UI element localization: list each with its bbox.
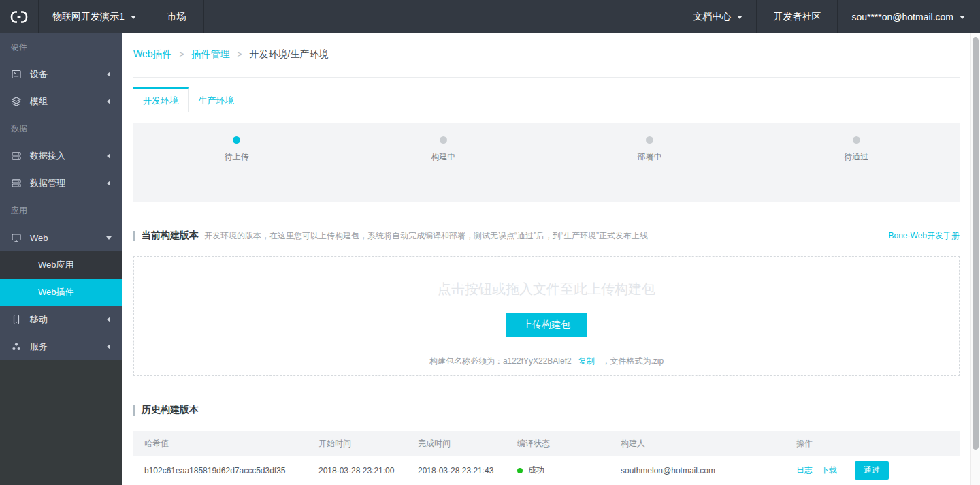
- breadcrumb-separator: >: [238, 50, 242, 59]
- topbar: 物联网开发演示1 市场 文档中心 开发者社区 sou****on@hotmail…: [0, 0, 980, 33]
- table-row: b102c61eaa185819d62d7accc5d3df35 2018-03…: [133, 456, 960, 485]
- tabs-baseline: [133, 112, 960, 112]
- history-build-table: 哈希值 开始时间 完成时间 编译状态 构建人 操作 b102c61eaa1858…: [133, 431, 960, 485]
- account-email: sou****on@hotmail.com: [851, 12, 953, 22]
- step-dot: [440, 136, 447, 144]
- scrollbar-thumb[interactable]: [973, 37, 979, 450]
- row-hash: b102c61eaa185819d62d7accc5d3df35: [133, 466, 308, 475]
- tab-prod-env[interactable]: 生产环境: [189, 87, 244, 112]
- step-deploying: 部署中: [546, 136, 753, 163]
- section-accent-bar: [133, 405, 135, 416]
- col-builder: 构建人: [610, 438, 785, 450]
- sidebar-item-data-access[interactable]: 数据接入: [0, 142, 122, 170]
- account-menu[interactable]: sou****on@hotmail.com: [837, 0, 980, 33]
- row-status: 成功: [506, 465, 610, 476]
- device-icon: [11, 69, 22, 80]
- approve-button[interactable]: 通过: [855, 461, 889, 480]
- chevron-left-icon: [104, 99, 110, 104]
- chevron-left-icon: [104, 317, 110, 322]
- tab-dev-env[interactable]: 开发环境: [133, 87, 189, 112]
- sidebar-item-data-manage[interactable]: 数据管理: [0, 170, 122, 197]
- step-wait-approve: 待通过: [753, 136, 960, 163]
- breadcrumb: Web插件 > 插件管理 > 开发环境/生产环境: [133, 48, 328, 61]
- upload-package-button[interactable]: 上传构建包: [506, 313, 587, 337]
- breadcrumb-current: 开发环境/生产环境: [250, 48, 329, 61]
- breadcrumb-plugin-manage[interactable]: 插件管理: [192, 48, 230, 61]
- current-build-section-header: 当前构建版本 开发环境的版本，在这里您可以上传构建包，系统将自动完成编译和部署，…: [133, 229, 960, 242]
- chevron-down-icon: [737, 16, 742, 22]
- sidebar-section-app: 应用: [0, 197, 122, 224]
- sidebar-item-device[interactable]: 设备: [0, 61, 122, 88]
- sidebar-subitem-web-app[interactable]: Web应用: [0, 251, 122, 279]
- step-dot-active: [233, 136, 240, 144]
- row-start-time: 2018-03-28 23:21:00: [308, 466, 407, 475]
- data-manage-icon: [11, 178, 22, 189]
- row-actions: 日志 下载 通过: [785, 461, 960, 480]
- step-dot: [853, 136, 860, 144]
- sidebar-subitem-web-plugin[interactable]: Web插件: [0, 279, 122, 306]
- step-wait-upload: 待上传: [133, 136, 340, 163]
- history-section-header: 历史构建版本: [133, 403, 960, 417]
- sidebar-item-web[interactable]: Web: [0, 224, 122, 251]
- current-build-description: 开发环境的版本，在这里您可以上传构建包，系统将自动完成编译和部署，测试无误点“通…: [204, 230, 648, 242]
- upload-placeholder-text: 点击按钮或拖入文件至此上传构建包: [134, 280, 959, 298]
- table-header-row: 哈希值 开始时间 完成时间 编译状态 构建人 操作: [133, 431, 960, 456]
- sidebar-section-data: 数据: [0, 115, 122, 142]
- breadcrumb-divider: [133, 77, 960, 78]
- col-start-time: 开始时间: [308, 438, 407, 450]
- chevron-down-icon: [960, 16, 965, 22]
- breadcrumb-web-plugin[interactable]: Web插件: [133, 48, 172, 61]
- sidebar-menu: 硬件 设备 模组 数据: [0, 33, 122, 360]
- chevron-left-icon: [104, 344, 110, 349]
- chevron-left-icon: [104, 181, 110, 186]
- sidebar: 硬件 设备 模组 数据: [0, 33, 122, 485]
- success-status-dot: [517, 468, 523, 473]
- current-build-title: 当前构建版本: [142, 230, 199, 242]
- chevron-down-icon: [131, 16, 136, 22]
- copy-package-name-link[interactable]: 复制: [578, 356, 595, 366]
- sidebar-item-mobile[interactable]: 移动: [0, 306, 122, 333]
- nav-docs-menu[interactable]: 文档中心: [679, 0, 756, 33]
- bone-logo-icon: [0, 0, 38, 33]
- row-end-time: 2018-03-28 23:21:43: [407, 466, 506, 475]
- section-accent-bar: [133, 231, 135, 241]
- step-dot: [646, 136, 653, 144]
- main-content: Web插件 > 插件管理 > 开发环境/生产环境 开发环境 生产环境 待上传 构…: [122, 33, 970, 485]
- web-icon: [11, 232, 22, 243]
- file-format-note: ，文件格式为.zip: [602, 356, 664, 366]
- chevron-down-icon: [106, 236, 112, 242]
- log-link[interactable]: 日志: [796, 465, 813, 476]
- sidebar-section-hardware: 硬件: [0, 33, 122, 61]
- mobile-icon: [11, 314, 22, 325]
- nav-community[interactable]: 开发者社区: [756, 0, 837, 33]
- topbar-spacer: [204, 0, 679, 33]
- step-building: 构建中: [340, 136, 547, 163]
- bone-web-manual-link[interactable]: Bone-Web开发手册: [889, 230, 960, 242]
- breadcrumb-separator: >: [180, 50, 184, 59]
- chevron-left-icon: [104, 72, 110, 77]
- download-link[interactable]: 下载: [821, 465, 837, 476]
- chevron-left-icon: [104, 153, 110, 159]
- module-icon: [11, 96, 22, 107]
- sidebar-item-module[interactable]: 模组: [0, 88, 122, 115]
- project-name: 物联网开发演示1: [52, 11, 125, 23]
- col-hash: 哈希值: [133, 438, 308, 450]
- history-title: 历史构建版本: [142, 404, 199, 416]
- col-end-time: 完成时间: [407, 438, 506, 450]
- project-switcher[interactable]: 物联网开发演示1: [38, 0, 150, 33]
- col-actions: 操作: [785, 438, 960, 450]
- upload-note: 构建包名称必须为：a122fYyX22BAlef2 复制 ，文件格式为.zip: [134, 356, 959, 367]
- upload-dropzone[interactable]: 点击按钮或拖入文件至此上传构建包 上传构建包 构建包名称必须为：a122fYyX…: [133, 256, 960, 376]
- service-icon: [11, 341, 22, 352]
- status-text: 成功: [528, 465, 544, 476]
- col-compile-status: 编译状态: [506, 438, 610, 450]
- nav-market[interactable]: 市场: [150, 0, 204, 33]
- build-stepper-panel: 待上传 构建中 部署中 待通过: [133, 123, 960, 202]
- vertical-scrollbar: [970, 33, 980, 485]
- sidebar-item-service[interactable]: 服务: [0, 333, 122, 360]
- package-name-requirement: 构建包名称必须为：a122fYyX22BAlef2: [429, 356, 572, 366]
- data-access-icon: [11, 151, 22, 161]
- env-tabs: 开发环境 生产环境: [133, 87, 960, 112]
- row-builder: southmelon@hotmail.com: [610, 466, 785, 475]
